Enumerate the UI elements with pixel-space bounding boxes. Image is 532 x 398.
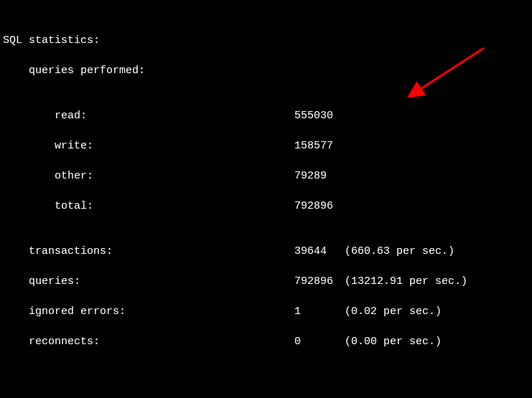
reconnects-label: reconnects: — [0, 336, 100, 348]
other-label: other: — [0, 170, 93, 182]
transactions-label: transactions: — [0, 245, 113, 257]
queries-value: 792896 — [294, 274, 345, 289]
transactions-rate: (660.63 per sec.) — [345, 244, 454, 259]
write-value: 158577 — [294, 138, 345, 153]
ignored-errors-rate: (0.02 per sec.) — [345, 304, 442, 319]
write-label: write: — [0, 140, 93, 152]
read-label: read: — [0, 110, 87, 122]
queries-label: queries: — [0, 275, 80, 288]
queries-rate: (13212.91 per sec.) — [345, 274, 467, 289]
ignored-errors-label: ignored errors: — [0, 305, 126, 318]
ignored-errors-value: 1 — [294, 304, 345, 319]
sql-stats-header: SQL statistics: — [0, 33, 100, 48]
terminal-output: SQL statistics: queries performed: read:… — [0, 0, 532, 398]
other-value: 79289 — [294, 169, 345, 184]
queries-performed-header: queries performed: — [0, 63, 145, 78]
reconnects-rate: (0.00 per sec.) — [345, 334, 442, 349]
reconnects-value: 0 — [294, 334, 345, 349]
total-label: total: — [0, 200, 93, 212]
total-value: 792896 — [294, 199, 345, 214]
read-value: 555030 — [294, 108, 345, 123]
transactions-value: 39644 — [294, 244, 345, 259]
